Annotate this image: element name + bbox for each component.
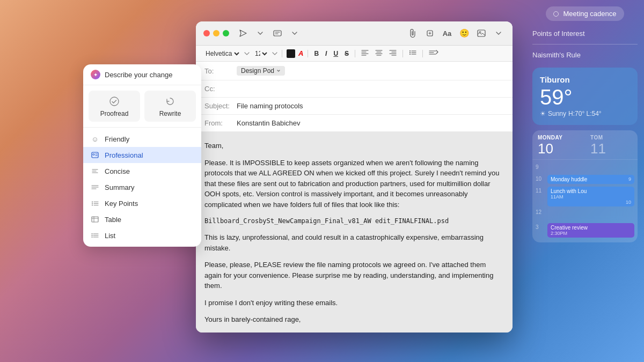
close-button[interactable]	[203, 30, 210, 36]
calendar-tomorrow-label: TOM	[590, 135, 632, 141]
cc-label: Cc:	[204, 85, 237, 93]
svg-rect-13	[92, 217, 98, 222]
bullet-list-button[interactable]	[407, 48, 418, 58]
time-label-10: 10	[536, 175, 547, 182]
weather-condition: ☀ Sunny H:70° L:54°	[540, 110, 630, 117]
time-label-9: 9	[536, 163, 547, 170]
sun-icon: ☀	[540, 110, 546, 117]
cal-time-9: 9	[536, 163, 634, 175]
calendar-event-monday-huddle[interactable]: Monday huddle 9	[547, 175, 634, 184]
rewrite-button[interactable]: Rewrite	[144, 91, 196, 122]
compose-chevron-icon[interactable]	[288, 27, 301, 40]
calendar-tomorrow-date: 11	[590, 141, 632, 157]
ai-sparkle-icon: ✦	[91, 70, 100, 79]
ai-option-key-points[interactable]: Key Points	[83, 195, 201, 211]
send-icon[interactable]	[237, 27, 250, 40]
from-value[interactable]: Konstantin Babichev	[237, 119, 504, 127]
ai-option-professional[interactable]: Professional	[83, 147, 201, 163]
design-pod-tag[interactable]: Design Pod	[237, 66, 285, 76]
subject-value[interactable]: File naming protocols	[237, 102, 504, 110]
svg-point-4	[409, 50, 411, 51]
calendar-widget: MONDAY 10 TOM 11 9 10 Monday huddle 9 1	[532, 130, 638, 242]
time-label-12: 12	[536, 208, 547, 215]
photo-chevron-icon[interactable]	[492, 27, 505, 40]
italic-button[interactable]: I	[324, 49, 328, 58]
svg-point-11	[92, 203, 93, 204]
list-icon	[91, 231, 99, 240]
key-points-label: Key Points	[105, 200, 138, 208]
salutation: Team,	[204, 141, 504, 151]
friendly-label: Friendly	[105, 135, 129, 143]
calendar-monday-col: MONDAY 10	[532, 130, 585, 159]
ai-option-friendly[interactable]: ☺ Friendly	[83, 131, 201, 147]
from-field: From: Konstantin Babichev	[196, 115, 513, 132]
huddle-time: 9	[628, 176, 631, 182]
signature: Konstantin	[204, 331, 504, 333]
cal-time-12: 12	[536, 208, 634, 220]
meeting-cadence-pill[interactable]: Meeting cadence	[546, 6, 624, 21]
align-left-button[interactable]	[360, 48, 370, 58]
widget-link-naismith[interactable]: Naismith's Rule	[532, 51, 638, 59]
traffic-lights	[203, 30, 229, 36]
toolbar-chevron-icon[interactable]	[254, 27, 267, 40]
bold-button[interactable]: B	[312, 49, 320, 58]
proofread-button[interactable]: Proofread	[89, 91, 140, 122]
minimize-button[interactable]	[213, 30, 219, 36]
calendar-body: 9 10 Monday huddle 9 11 Lunch with Lou 1…	[532, 160, 638, 242]
proofread-label: Proofread	[100, 110, 129, 117]
size-chevron-icon	[272, 52, 277, 55]
ai-option-summary[interactable]: Summary	[83, 179, 201, 195]
ai-panel-header: ✦ Describe your change	[83, 64, 201, 85]
compose-window-icon[interactable]	[271, 27, 284, 40]
body-p5: I promise I don't enjoy writing these em…	[204, 298, 504, 308]
tag-chevron-icon	[276, 69, 281, 73]
highlight-button[interactable]: A	[298, 49, 303, 57]
ai-option-concise[interactable]: Concise	[83, 163, 201, 179]
format-sep-2	[308, 50, 308, 57]
fullscreen-icon[interactable]	[423, 27, 436, 40]
font-chevron-icon	[244, 52, 250, 55]
emoji-icon[interactable]: 🙂	[458, 27, 471, 40]
more-format-button[interactable]	[427, 48, 440, 58]
to-value[interactable]: Design Pod	[237, 66, 504, 76]
ai-panel-title: Describe your change	[105, 71, 172, 79]
link-divider	[532, 44, 638, 45]
to-field: To: Design Pod	[196, 62, 513, 80]
body-p3: This is lazy, unprofessional, and could …	[204, 232, 504, 253]
body-p1: Please. It is IMPOSSIBLE to keep assets …	[204, 158, 504, 210]
mail-body[interactable]: Team, Please. It is IMPOSSIBLE to keep a…	[196, 132, 513, 333]
align-right-button[interactable]	[387, 48, 398, 58]
svg-point-6	[409, 54, 411, 55]
calendar-event-creative-review[interactable]: Creative review 2:30PM	[547, 223, 634, 238]
from-label: From:	[204, 119, 237, 127]
weather-city: Tiburon	[540, 75, 630, 84]
format-sep-3	[355, 50, 355, 57]
professional-label: Professional	[105, 151, 143, 159]
mail-body-content: Team, Please. It is IMPOSSIBLE to keep a…	[204, 141, 504, 333]
font-size-select[interactable]: 12	[253, 49, 269, 58]
svg-rect-0	[274, 31, 281, 36]
key-points-icon	[91, 199, 99, 208]
photo-icon[interactable]	[475, 27, 488, 40]
ai-option-list[interactable]: List	[83, 227, 201, 243]
attachment-icon[interactable]	[406, 27, 419, 40]
concise-icon	[91, 167, 99, 175]
calendar-event-lunch[interactable]: Lunch with Lou 11AM 10	[547, 187, 634, 206]
list-label: List	[105, 232, 115, 240]
mail-fields: To: Design Pod Cc: Subject: File naming …	[196, 62, 513, 132]
cal-time-3: 3 Creative review 2:30PM	[536, 223, 634, 239]
font-size-icon[interactable]: Aa	[441, 27, 453, 40]
calendar-header: MONDAY 10 TOM 11	[532, 130, 638, 160]
strikethrough-button[interactable]: S	[343, 49, 350, 58]
meeting-cadence-icon	[553, 11, 559, 17]
widget-link-poi[interactable]: Points of Interest	[532, 29, 638, 38]
align-center-button[interactable]	[374, 48, 384, 58]
underline-button[interactable]: U	[332, 49, 340, 58]
mail-toolbar: Aa 🙂	[196, 21, 513, 46]
weather-widget: Tiburon 59° ☀ Sunny H:70° L:54°	[532, 68, 638, 125]
ai-option-table[interactable]: Table	[83, 211, 201, 227]
subject-field: Subject: File naming protocols	[196, 98, 513, 115]
text-color-swatch[interactable]	[287, 49, 295, 58]
maximize-button[interactable]	[223, 30, 229, 36]
font-family-select[interactable]: Helvetica	[203, 49, 241, 58]
